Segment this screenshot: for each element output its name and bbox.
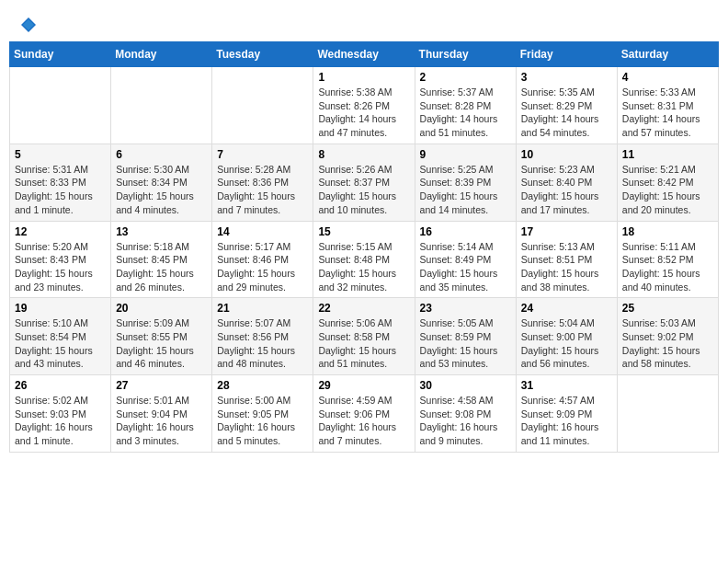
sunset-text: Sunset: 9:02 PM bbox=[622, 331, 694, 342]
day-info: Sunrise: 5:06 AM Sunset: 8:58 PM Dayligh… bbox=[318, 316, 409, 371]
day-info: Sunrise: 5:38 AM Sunset: 8:26 PM Dayligh… bbox=[318, 86, 409, 140]
day-info: Sunrise: 5:21 AM Sunset: 8:42 PM Dayligh… bbox=[622, 163, 713, 217]
sunrise-text: Sunrise: 5:00 AM bbox=[217, 395, 290, 406]
day-number: 2 bbox=[420, 71, 511, 84]
daylight-text: Daylight: 14 hours and 57 minutes. bbox=[622, 113, 700, 138]
sunrise-text: Sunrise: 5:14 AM bbox=[420, 241, 494, 252]
day-number: 11 bbox=[622, 148, 713, 161]
day-info: Sunrise: 5:00 AM Sunset: 9:05 PM Dayligh… bbox=[217, 394, 308, 448]
day-info: Sunrise: 5:20 AM Sunset: 8:43 PM Dayligh… bbox=[15, 240, 106, 294]
day-number: 28 bbox=[217, 379, 308, 392]
calendar-day-cell: 17 Sunrise: 5:13 AM Sunset: 8:51 PM Dayl… bbox=[516, 221, 617, 298]
sunrise-text: Sunrise: 5:18 AM bbox=[116, 241, 189, 252]
daylight-text: Daylight: 16 hours and 9 minutes. bbox=[420, 421, 498, 446]
sunrise-text: Sunrise: 5:03 AM bbox=[622, 317, 696, 328]
calendar-day-cell: 11 Sunrise: 5:21 AM Sunset: 8:42 PM Dayl… bbox=[617, 144, 718, 221]
day-number: 12 bbox=[15, 225, 106, 238]
sunset-text: Sunset: 9:06 PM bbox=[318, 408, 390, 419]
daylight-text: Daylight: 15 hours and 53 minutes. bbox=[420, 345, 498, 370]
calendar-day-cell: 30 Sunrise: 4:58 AM Sunset: 9:08 PM Dayl… bbox=[415, 375, 516, 453]
daylight-text: Daylight: 14 hours and 54 minutes. bbox=[521, 113, 599, 138]
sunrise-text: Sunrise: 5:35 AM bbox=[521, 86, 595, 98]
daylight-text: Daylight: 15 hours and 43 minutes. bbox=[15, 345, 93, 370]
header bbox=[9, 9, 719, 41]
day-number: 9 bbox=[420, 148, 511, 161]
calendar-day-cell: 18 Sunrise: 5:11 AM Sunset: 8:52 PM Dayl… bbox=[617, 221, 718, 298]
day-number: 22 bbox=[318, 302, 409, 315]
weekday-header: Monday bbox=[111, 42, 212, 67]
day-number: 4 bbox=[622, 71, 713, 84]
calendar-day-cell bbox=[212, 67, 313, 144]
sunset-text: Sunset: 8:56 PM bbox=[217, 331, 289, 342]
sunrise-text: Sunrise: 5:15 AM bbox=[318, 241, 392, 252]
calendar-day-cell: 27 Sunrise: 5:01 AM Sunset: 9:04 PM Dayl… bbox=[111, 375, 212, 453]
logo-icon bbox=[20, 17, 37, 33]
sunrise-text: Sunrise: 4:57 AM bbox=[521, 395, 595, 406]
sunset-text: Sunset: 8:31 PM bbox=[622, 100, 694, 111]
day-number: 24 bbox=[521, 302, 612, 315]
calendar-day-cell: 12 Sunrise: 5:20 AM Sunset: 8:43 PM Dayl… bbox=[10, 221, 111, 298]
sunrise-text: Sunrise: 5:02 AM bbox=[15, 395, 88, 406]
calendar-day-cell: 5 Sunrise: 5:31 AM Sunset: 8:33 PM Dayli… bbox=[10, 144, 111, 221]
day-number: 19 bbox=[15, 302, 106, 315]
weekday-header: Wednesday bbox=[313, 42, 415, 67]
calendar-day-cell: 25 Sunrise: 5:03 AM Sunset: 9:02 PM Dayl… bbox=[617, 298, 718, 375]
daylight-text: Daylight: 15 hours and 4 minutes. bbox=[116, 190, 194, 215]
weekday-header: Thursday bbox=[415, 42, 516, 67]
calendar-day-cell: 21 Sunrise: 5:07 AM Sunset: 8:56 PM Dayl… bbox=[212, 298, 313, 375]
day-number: 17 bbox=[521, 225, 612, 238]
day-number: 21 bbox=[217, 302, 308, 315]
daylight-text: Daylight: 15 hours and 38 minutes. bbox=[521, 268, 599, 293]
day-number: 3 bbox=[521, 71, 612, 84]
daylight-text: Daylight: 15 hours and 51 minutes. bbox=[318, 345, 396, 370]
day-info: Sunrise: 5:11 AM Sunset: 8:52 PM Dayligh… bbox=[622, 240, 713, 294]
daylight-text: Daylight: 15 hours and 40 minutes. bbox=[622, 268, 700, 293]
sunrise-text: Sunrise: 5:01 AM bbox=[116, 395, 189, 406]
daylight-text: Daylight: 15 hours and 17 minutes. bbox=[521, 190, 599, 215]
daylight-text: Daylight: 15 hours and 23 minutes. bbox=[15, 268, 93, 293]
sunset-text: Sunset: 8:45 PM bbox=[116, 254, 188, 265]
sunset-text: Sunset: 8:51 PM bbox=[521, 254, 593, 265]
daylight-text: Daylight: 16 hours and 5 minutes. bbox=[217, 421, 295, 446]
sunset-text: Sunset: 9:05 PM bbox=[217, 408, 289, 419]
day-number: 26 bbox=[15, 379, 106, 392]
day-number: 23 bbox=[420, 302, 511, 315]
daylight-text: Daylight: 15 hours and 35 minutes. bbox=[420, 268, 498, 293]
sunset-text: Sunset: 8:40 PM bbox=[521, 177, 593, 188]
day-info: Sunrise: 4:57 AM Sunset: 9:09 PM Dayligh… bbox=[521, 394, 612, 448]
calendar-day-cell: 13 Sunrise: 5:18 AM Sunset: 8:45 PM Dayl… bbox=[111, 221, 212, 298]
day-number: 20 bbox=[116, 302, 207, 315]
daylight-text: Daylight: 15 hours and 29 minutes. bbox=[217, 268, 295, 293]
day-info: Sunrise: 5:14 AM Sunset: 8:49 PM Dayligh… bbox=[420, 240, 511, 294]
weekday-header: Saturday bbox=[617, 42, 718, 67]
sunset-text: Sunset: 9:08 PM bbox=[420, 408, 492, 419]
sunrise-text: Sunrise: 4:58 AM bbox=[420, 395, 494, 406]
day-info: Sunrise: 5:26 AM Sunset: 8:37 PM Dayligh… bbox=[318, 163, 409, 217]
sunrise-text: Sunrise: 5:13 AM bbox=[521, 241, 595, 252]
sunrise-text: Sunrise: 5:11 AM bbox=[622, 241, 696, 252]
weekday-header: Tuesday bbox=[212, 42, 313, 67]
day-info: Sunrise: 5:10 AM Sunset: 8:54 PM Dayligh… bbox=[15, 316, 106, 371]
calendar-day-cell: 7 Sunrise: 5:28 AM Sunset: 8:36 PM Dayli… bbox=[212, 144, 313, 221]
day-number: 31 bbox=[521, 379, 612, 392]
sunrise-text: Sunrise: 5:38 AM bbox=[318, 86, 392, 98]
sunset-text: Sunset: 8:59 PM bbox=[420, 331, 492, 342]
calendar-day-cell: 10 Sunrise: 5:23 AM Sunset: 8:40 PM Dayl… bbox=[516, 144, 617, 221]
logo bbox=[18, 17, 37, 38]
calendar-day-cell bbox=[617, 375, 718, 453]
sunset-text: Sunset: 8:26 PM bbox=[318, 100, 390, 111]
sunset-text: Sunset: 9:00 PM bbox=[521, 331, 593, 342]
daylight-text: Daylight: 16 hours and 1 minute. bbox=[15, 421, 93, 446]
sunrise-text: Sunrise: 5:28 AM bbox=[217, 164, 290, 175]
calendar-day-cell: 16 Sunrise: 5:14 AM Sunset: 8:49 PM Dayl… bbox=[415, 221, 516, 298]
day-number: 16 bbox=[420, 225, 511, 238]
sunset-text: Sunset: 8:54 PM bbox=[15, 331, 86, 342]
sunset-text: Sunset: 8:42 PM bbox=[622, 177, 694, 188]
calendar-day-cell: 28 Sunrise: 5:00 AM Sunset: 9:05 PM Dayl… bbox=[212, 375, 313, 453]
daylight-text: Daylight: 15 hours and 32 minutes. bbox=[318, 268, 396, 293]
svg-marker-1 bbox=[23, 19, 34, 30]
daylight-text: Daylight: 15 hours and 46 minutes. bbox=[116, 345, 194, 370]
daylight-text: Daylight: 15 hours and 58 minutes. bbox=[622, 345, 700, 370]
calendar-week-row: 1 Sunrise: 5:38 AM Sunset: 8:26 PM Dayli… bbox=[10, 67, 719, 144]
day-info: Sunrise: 5:25 AM Sunset: 8:39 PM Dayligh… bbox=[420, 163, 511, 217]
